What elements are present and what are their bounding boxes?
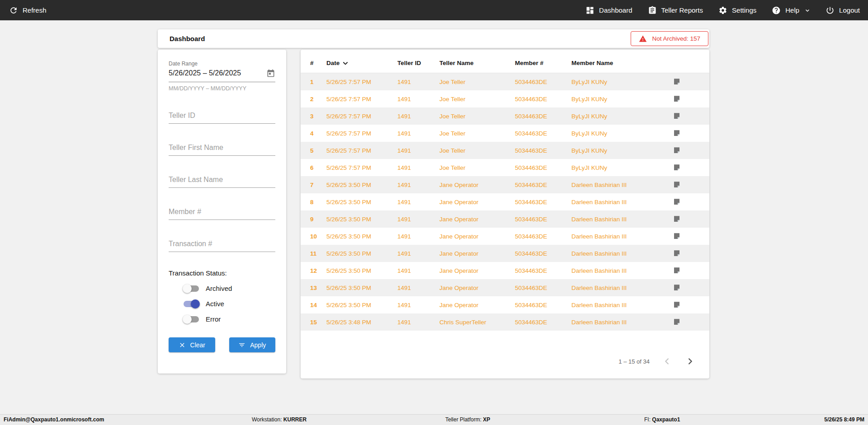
nav-dashboard[interactable]: Dashboard <box>585 6 632 15</box>
row-teller-id: 1491 <box>397 233 439 240</box>
table-row[interactable]: 15 5/26/25 3:48 PM 1491 Chris SuperTelle… <box>301 313 709 331</box>
note-icon[interactable] <box>673 215 681 223</box>
nav-settings[interactable]: Settings <box>718 6 756 15</box>
status-workstation: Workstation: KURRER <box>252 415 307 425</box>
row-date: 5/26/25 3:50 PM <box>326 285 397 291</box>
main-content: Dashboard Not Archived: 157 Date Range 5… <box>0 20 868 414</box>
table-row[interactable]: 11 5/26/25 3:50 PM 1491 Jane Operator 50… <box>301 245 709 262</box>
note-icon[interactable] <box>673 181 681 189</box>
active-label: Active <box>206 300 224 308</box>
note-icon[interactable] <box>673 318 681 326</box>
row-teller-id: 1491 <box>397 130 439 137</box>
toggle-archived[interactable]: Archived <box>184 285 275 292</box>
chevron-left-icon[interactable] <box>662 356 672 366</box>
clear-button[interactable]: Clear <box>169 337 215 352</box>
row-date: 5/26/25 3:50 PM <box>326 233 397 240</box>
sort-desc-icon <box>342 60 349 66</box>
row-member-number: 5034463DE <box>515 319 571 326</box>
row-member-number: 5034463DE <box>515 199 571 205</box>
active-switch[interactable] <box>184 301 199 307</box>
row-number: 3 <box>310 113 326 120</box>
note-icon[interactable] <box>673 146 681 154</box>
row-member-number: 5034463DE <box>515 285 571 291</box>
transactions-table-card: # Date Teller ID Teller Name Member # Me… <box>301 50 709 378</box>
calendar-icon[interactable] <box>266 69 275 78</box>
table-row[interactable]: 8 5/26/25 3:50 PM 1491 Jane Operator 503… <box>301 193 709 210</box>
teller-id-input[interactable] <box>169 110 275 124</box>
toggle-error[interactable]: Error <box>184 315 275 323</box>
date-range-value: 5/26/2025 – 5/26/2025 <box>169 69 241 77</box>
nav-teller-reports-label: Teller Reports <box>661 6 703 14</box>
status-bar: FiAdmin@Qaxpauto1.onmicrosoft.com Workst… <box>0 414 868 425</box>
transaction-number-input[interactable] <box>169 238 275 252</box>
note-icon[interactable] <box>673 249 681 257</box>
member-number-input[interactable] <box>169 206 275 220</box>
table-row[interactable]: 4 5/26/25 7:57 PM 1491 Joe Teller 503446… <box>301 125 709 142</box>
row-teller-id: 1491 <box>397 319 439 326</box>
note-icon[interactable] <box>673 78 681 86</box>
toggle-active[interactable]: Active <box>184 300 275 308</box>
table-row[interactable]: 3 5/26/25 7:57 PM 1491 Joe Teller 503446… <box>301 107 709 125</box>
table-header-row: # Date Teller ID Teller Name Member # Me… <box>301 50 709 73</box>
table-row[interactable]: 9 5/26/25 3:50 PM 1491 Jane Operator 503… <box>301 210 709 228</box>
table-row[interactable]: 1 5/26/25 7:57 PM 1491 Joe Teller 503446… <box>301 73 709 90</box>
nav-help[interactable]: Help <box>772 6 810 15</box>
date-range-field[interactable]: 5/26/2025 – 5/26/2025 <box>169 69 275 82</box>
filter-buttons: Clear Apply <box>169 337 275 352</box>
row-member-number: 5034463DE <box>515 250 571 257</box>
pagination-range-label: 1 – 15 of 34 <box>618 358 650 365</box>
row-member-name: Darleen Bashirian III <box>571 233 673 240</box>
table-row[interactable]: 13 5/26/25 3:50 PM 1491 Jane Operator 50… <box>301 279 709 296</box>
row-member-name: ByLyJI KUNy <box>571 147 673 154</box>
status-fi: FI: Qaxpauto1 <box>644 415 680 425</box>
nav-logout[interactable]: Logout <box>826 6 860 15</box>
row-teller-id: 1491 <box>397 250 439 257</box>
nav-dashboard-label: Dashboard <box>599 6 632 14</box>
table-row[interactable]: 14 5/26/25 3:50 PM 1491 Jane Operator 50… <box>301 296 709 313</box>
teller-last-name-input[interactable] <box>169 174 275 188</box>
refresh-button[interactable]: Refresh <box>9 6 47 15</box>
table-row[interactable]: 6 5/26/25 7:57 PM 1491 Joe Teller 503446… <box>301 159 709 176</box>
teller-first-name-input[interactable] <box>169 142 275 156</box>
table-row[interactable]: 2 5/26/25 7:57 PM 1491 Joe Teller 503446… <box>301 90 709 107</box>
note-icon[interactable] <box>673 129 681 137</box>
row-teller-id: 1491 <box>397 182 439 188</box>
chevron-right-icon[interactable] <box>685 356 695 366</box>
row-teller-name: Joe Teller <box>439 147 515 154</box>
table-row[interactable]: 5 5/26/25 7:57 PM 1491 Joe Teller 503446… <box>301 142 709 159</box>
not-archived-badge[interactable]: Not Archived: 157 <box>631 31 708 46</box>
col-header-member-name: Member Name <box>571 60 673 66</box>
note-icon[interactable] <box>673 198 681 206</box>
row-teller-name: Joe Teller <box>439 113 515 120</box>
archived-switch[interactable] <box>184 285 199 292</box>
row-teller-id: 1491 <box>397 216 439 223</box>
note-icon[interactable] <box>673 95 681 103</box>
apply-button[interactable]: Apply <box>229 337 276 352</box>
table-row[interactable]: 7 5/26/25 3:50 PM 1491 Jane Operator 503… <box>301 176 709 193</box>
note-icon[interactable] <box>673 232 681 240</box>
dashboard-icon <box>585 6 594 15</box>
row-teller-name: Joe Teller <box>439 79 515 85</box>
note-icon[interactable] <box>673 284 681 292</box>
table-row[interactable]: 10 5/26/25 3:50 PM 1491 Jane Operator 50… <box>301 228 709 245</box>
note-icon[interactable] <box>673 266 681 275</box>
row-date: 5/26/25 7:57 PM <box>326 79 397 85</box>
error-switch[interactable] <box>184 316 199 322</box>
col-header-date[interactable]: Date <box>326 60 397 66</box>
row-number: 8 <box>310 199 326 205</box>
date-range-label: Date Range <box>169 61 275 67</box>
row-number: 14 <box>310 302 326 308</box>
row-number: 4 <box>310 130 326 137</box>
dashboard-header-card: Dashboard Not Archived: 157 <box>158 29 709 48</box>
row-member-number: 5034463DE <box>515 147 571 154</box>
row-teller-id: 1491 <box>397 285 439 291</box>
note-icon[interactable] <box>673 301 681 309</box>
clipboard-icon <box>648 6 657 15</box>
note-icon[interactable] <box>673 163 681 172</box>
nav-teller-reports[interactable]: Teller Reports <box>648 6 703 15</box>
row-teller-name: Chris SuperTeller <box>439 319 515 326</box>
table-row[interactable]: 12 5/26/25 3:50 PM 1491 Jane Operator 50… <box>301 262 709 279</box>
row-number: 6 <box>310 164 326 171</box>
row-teller-id: 1491 <box>397 147 439 154</box>
note-icon[interactable] <box>673 112 681 120</box>
